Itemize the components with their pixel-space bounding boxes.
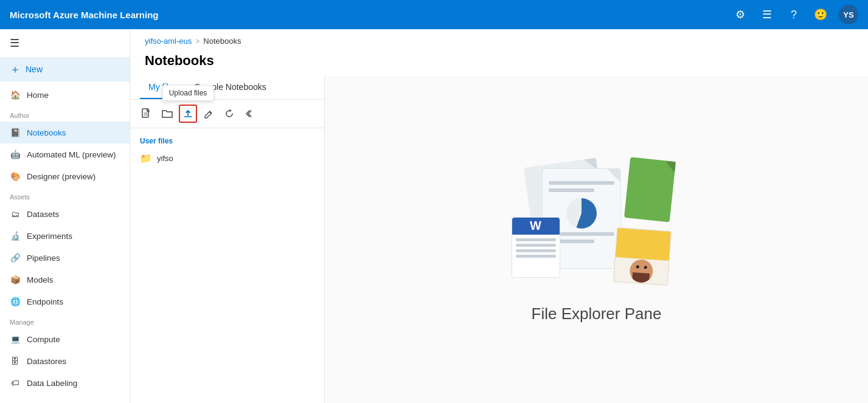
doc-line bbox=[549, 188, 595, 192]
right-panel: W bbox=[325, 76, 868, 403]
settings-icon[interactable]: ⚙ bbox=[732, 6, 749, 23]
sidebar-item-label: Endpoints bbox=[27, 297, 63, 306]
tab-sample-notebooks[interactable]: Sample Notebooks bbox=[186, 76, 274, 99]
collapse-icon bbox=[246, 109, 254, 118]
doc-line bbox=[549, 181, 614, 185]
edit-icon bbox=[204, 109, 214, 119]
sidebar-item-label: Designer (preview) bbox=[27, 172, 95, 181]
author-section-label: Author bbox=[0, 106, 130, 122]
topbar: Microsoft Azure Machine Learning ⚙ ☰ ? 🙂… bbox=[0, 0, 868, 29]
sidebar-item-label: Home bbox=[27, 91, 49, 100]
hamburger-button[interactable]: ☰ bbox=[0, 29, 130, 57]
models-icon: 📦 bbox=[10, 274, 21, 285]
sidebar-item-datastores[interactable]: 🗄 Datastores bbox=[0, 350, 130, 372]
pipelines-icon: 🔗 bbox=[10, 252, 21, 263]
sidebar-item-label: Models bbox=[27, 275, 54, 284]
photo-yellow-bg bbox=[615, 228, 670, 261]
breadcrumb: yifso-aml-eus > Notebooks bbox=[130, 29, 868, 50]
new-folder-icon bbox=[162, 109, 173, 119]
folder-icon: 📁 bbox=[140, 153, 152, 164]
main-layout: ☰ ＋ New 🏠 Home Author 📓 Notebooks 🤖 Auto… bbox=[0, 29, 868, 403]
data-labeling-icon: 🏷 bbox=[10, 377, 21, 388]
assets-section-label: Assets bbox=[0, 187, 130, 203]
sidebar-item-label: Notebooks bbox=[27, 128, 66, 137]
sidebar-item-label: Compute bbox=[27, 335, 60, 344]
word-line bbox=[516, 249, 556, 252]
file-panel: My files Sample Notebooks bbox=[130, 76, 325, 403]
breadcrumb-link[interactable]: yifso-aml-eus bbox=[145, 36, 192, 46]
left-eye bbox=[636, 265, 639, 268]
content-area: yifso-aml-eus > Notebooks Notebooks My f… bbox=[130, 29, 868, 403]
illustration-images: W bbox=[512, 156, 682, 290]
sidebar-item-models[interactable]: 📦 Models bbox=[0, 269, 130, 291]
experiments-icon: 🔬 bbox=[10, 230, 21, 241]
endpoints-icon: 🌐 bbox=[10, 296, 21, 307]
face-beard bbox=[632, 272, 650, 283]
sidebar-item-data-labeling[interactable]: 🏷 Data Labeling bbox=[0, 372, 130, 394]
collapse-button[interactable] bbox=[241, 105, 259, 123]
sidebar-item-label: Experiments bbox=[27, 232, 72, 241]
datasets-icon: 🗂 bbox=[10, 208, 21, 219]
help-icon[interactable]: ? bbox=[785, 6, 802, 23]
new-folder-button[interactable] bbox=[158, 105, 176, 123]
home-icon: 🏠 bbox=[10, 89, 21, 100]
new-button[interactable]: ＋ New bbox=[0, 57, 130, 81]
illus-word-doc: W bbox=[512, 217, 560, 278]
tabs: My files Sample Notebooks bbox=[130, 76, 324, 100]
notebooks-icon: 📓 bbox=[10, 127, 21, 138]
sidebar-item-datasets[interactable]: 🗂 Datasets bbox=[0, 203, 130, 225]
refresh-button[interactable] bbox=[220, 105, 238, 123]
sidebar-item-designer[interactable]: 🎨 Designer (preview) bbox=[0, 165, 130, 187]
sidebar-item-label: Data Labeling bbox=[27, 379, 77, 388]
sidebar-item-pipelines[interactable]: 🔗 Pipelines bbox=[0, 247, 130, 269]
breadcrumb-current: Notebooks bbox=[203, 36, 241, 46]
word-lines bbox=[512, 235, 560, 261]
avatar[interactable]: YS bbox=[839, 5, 858, 24]
word-line bbox=[516, 244, 556, 247]
sidebar-item-experiments[interactable]: 🔬 Experiments bbox=[0, 225, 130, 247]
doc-chart bbox=[566, 198, 597, 229]
file-toolbar: Upload files bbox=[130, 100, 324, 128]
illus-green-doc bbox=[623, 157, 675, 222]
file-explorer-row: My files Sample Notebooks bbox=[130, 76, 868, 403]
file-list: User files 📁 yifso bbox=[130, 128, 324, 403]
topbar-icons: ⚙ ☰ ? 🙂 YS bbox=[732, 5, 858, 24]
automated-ml-icon: 🤖 bbox=[10, 149, 21, 160]
tab-my-files[interactable]: My files bbox=[140, 76, 186, 99]
plus-icon: ＋ bbox=[10, 62, 21, 77]
new-file-button[interactable] bbox=[137, 105, 156, 123]
right-eye bbox=[644, 266, 647, 269]
face-eyes bbox=[636, 265, 647, 269]
sidebar-item-label: Pipelines bbox=[27, 253, 60, 263]
refresh-icon bbox=[224, 109, 234, 119]
compute-icon: 💻 bbox=[10, 334, 21, 345]
illustration-title: File Explorer Pane bbox=[532, 305, 662, 323]
manage-section-label: Manage bbox=[0, 312, 130, 328]
file-item-name: yifso bbox=[157, 154, 173, 163]
datastores-icon: 🗄 bbox=[10, 356, 21, 367]
breadcrumb-separator: > bbox=[195, 37, 200, 46]
user-files-label: User files bbox=[130, 133, 324, 149]
page-header: Notebooks bbox=[130, 50, 868, 76]
sidebar-item-endpoints[interactable]: 🌐 Endpoints bbox=[0, 291, 130, 312]
edit-button[interactable] bbox=[200, 105, 218, 123]
file-explorer-illustration: W bbox=[512, 156, 682, 323]
sidebar-item-label: Datasets bbox=[27, 210, 59, 219]
sidebar-item-compute[interactable]: 💻 Compute bbox=[0, 328, 130, 350]
designer-icon: 🎨 bbox=[10, 171, 21, 182]
sidebar-item-notebooks[interactable]: 📓 Notebooks bbox=[0, 122, 130, 143]
sidebar: ☰ ＋ New 🏠 Home Author 📓 Notebooks 🤖 Auto… bbox=[0, 29, 130, 403]
new-button-label: New bbox=[26, 64, 43, 74]
sidebar-item-automated-ml[interactable]: 🤖 Automated ML (preview) bbox=[0, 143, 130, 165]
new-file-icon bbox=[142, 108, 151, 119]
illus-photo bbox=[613, 227, 671, 285]
sidebar-item-home[interactable]: 🏠 Home bbox=[0, 84, 130, 106]
sidebar-item-label: Automated ML (preview) bbox=[27, 150, 116, 159]
upload-files-button[interactable]: Upload files bbox=[179, 105, 197, 123]
face-circle bbox=[629, 258, 654, 283]
user-icon[interactable]: 🙂 bbox=[812, 6, 829, 23]
feedback-icon[interactable]: ☰ bbox=[759, 6, 776, 23]
list-item[interactable]: 📁 yifso bbox=[130, 149, 324, 168]
word-header: W bbox=[512, 218, 560, 235]
word-line bbox=[516, 255, 556, 258]
